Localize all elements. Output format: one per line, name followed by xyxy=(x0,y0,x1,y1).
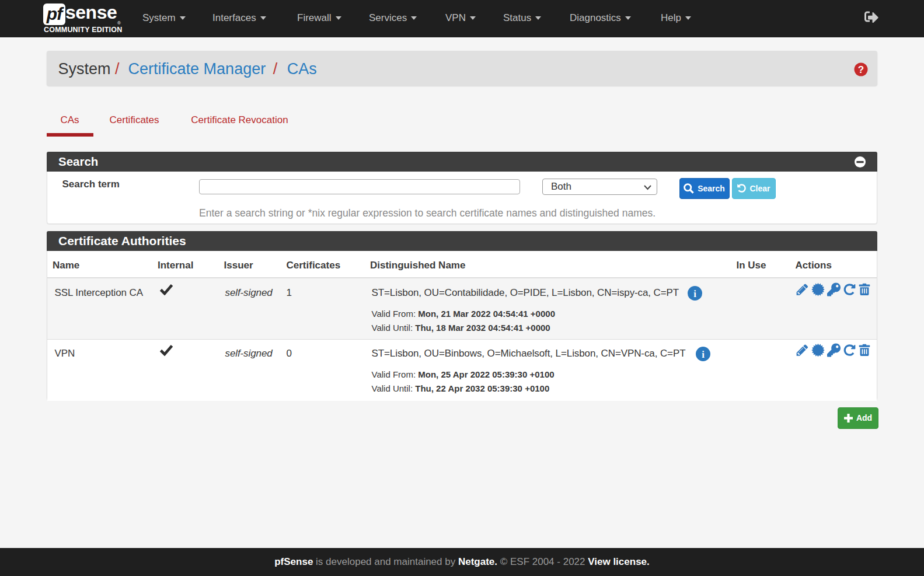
svg-text:?: ? xyxy=(858,64,864,75)
svg-text:i: i xyxy=(702,349,705,360)
svg-text:i: i xyxy=(693,288,696,299)
